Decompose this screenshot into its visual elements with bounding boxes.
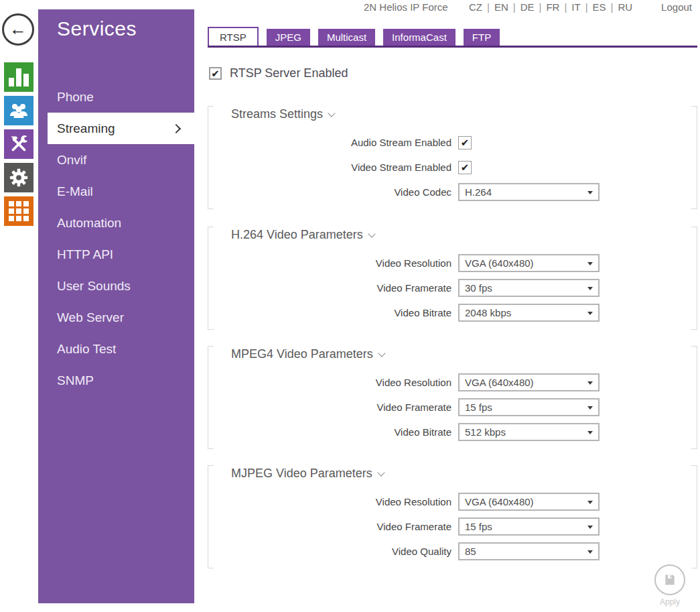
directory-section-button[interactable] — [4, 96, 33, 125]
tab-underline — [208, 46, 697, 48]
tab-jpeg[interactable]: JPEG — [267, 29, 310, 46]
mpeg4-video-bitrate-select[interactable]: 512 kbps — [458, 423, 600, 441]
back-button[interactable]: ← — [2, 13, 34, 46]
sidebar-item-streaming[interactable]: Streaming — [48, 113, 194, 144]
field-label: Video Bitrate — [208, 307, 451, 318]
hammer-wrench-icon — [7, 133, 30, 156]
tab-multicast[interactable]: Multicast — [318, 29, 375, 46]
dropdown-caret-icon — [587, 526, 593, 529]
tab-rtsp[interactable]: RTSP — [208, 27, 259, 46]
select-value: 30 fps — [465, 282, 492, 294]
status-section-button[interactable] — [4, 62, 33, 92]
services-section-button[interactable] — [4, 163, 33, 192]
system-section-button[interactable] — [4, 196, 33, 226]
chevron-down-icon — [378, 349, 385, 357]
tab-ftp[interactable]: FTP — [464, 29, 500, 46]
apply-button-circle — [654, 564, 685, 595]
select-value: 85 — [465, 546, 476, 557]
rtsp-server-enabled-row: ✔ RTSP Server Enabled — [209, 66, 697, 80]
field-label: Video Resolution — [208, 257, 451, 269]
lang-ru[interactable]: RU — [618, 1, 632, 13]
apply-button[interactable]: Apply — [651, 564, 689, 607]
sidebar-item-web-server[interactable]: Web Server — [38, 302, 194, 333]
video-codec-select[interactable]: H.264 — [458, 183, 600, 201]
back-arrow-icon: ← — [9, 20, 27, 38]
lang-cz[interactable]: CZ — [469, 1, 482, 13]
sidebar-item-phone[interactable]: Phone — [38, 81, 194, 113]
sidebar-item-automation[interactable]: Automation — [38, 207, 194, 239]
lang-fr[interactable]: FR — [546, 1, 559, 13]
h264-video-framerate-select[interactable]: 30 fps — [458, 279, 600, 297]
section-title[interactable]: MPEG4 Video Parameters — [231, 347, 697, 361]
section-title-label: H.264 Video Parameters — [231, 228, 363, 242]
field-row: Video Framerate 30 fps — [208, 279, 697, 297]
apply-button-label: Apply — [651, 597, 689, 607]
check-icon: ✔ — [211, 68, 220, 78]
language-separator: | — [487, 1, 490, 13]
section-mpeg4-video-parameters: MPEG4 Video Parameters Video Resolution … — [208, 346, 697, 449]
section-rows: Video Resolution VGA (640x480) Video Fra… — [208, 373, 697, 441]
dropdown-caret-icon — [587, 550, 593, 554]
field-label: Video Framerate — [208, 402, 451, 413]
dropdown-caret-icon — [587, 431, 593, 434]
app-window: 2N Helios IP Force CZ | EN | DE | FR | I… — [0, 0, 700, 612]
chevron-down-icon — [368, 230, 375, 237]
language-separator: | — [564, 1, 567, 13]
dropdown-caret-icon — [587, 312, 593, 315]
lang-it[interactable]: IT — [571, 1, 580, 13]
users-icon — [8, 100, 29, 121]
video-stream-enabled-checkbox[interactable]: ✔ — [458, 161, 472, 174]
rtsp-server-enabled-checkbox[interactable]: ✔ — [209, 67, 222, 80]
field-label: Video Resolution — [208, 496, 451, 507]
sidebar-item-snmp[interactable]: SNMP — [38, 365, 194, 396]
language-separator: | — [611, 1, 614, 13]
field-row: Video Bitrate 2048 kbps — [208, 304, 697, 322]
section-title[interactable]: Streams Settings — [231, 107, 697, 121]
audio-stream-enabled-checkbox[interactable]: ✔ — [458, 136, 472, 149]
mpeg4-video-resolution-select[interactable]: VGA (640x480) — [458, 373, 600, 391]
field-label: Audio Stream Enabled — [208, 137, 451, 148]
h264-video-resolution-select[interactable]: VGA (640x480) — [458, 254, 600, 272]
sidebar-item-e-mail[interactable]: E-Mail — [38, 176, 194, 207]
h264-video-bitrate-select[interactable]: 2048 kbps — [458, 304, 600, 322]
rtsp-server-enabled-label: RTSP Server Enabled — [230, 66, 348, 80]
mjpeg-video-quality-select[interactable]: 85 — [458, 542, 600, 560]
logout-link[interactable]: Logout — [661, 1, 692, 13]
lang-de[interactable]: DE — [520, 1, 535, 13]
bar-chart-icon — [9, 68, 29, 86]
sidebar-item-http-api[interactable]: HTTP API — [38, 239, 194, 270]
field-row: Video Codec H.264 — [208, 183, 697, 201]
sidebar-item-user-sounds[interactable]: User Sounds — [38, 270, 194, 302]
save-icon — [663, 573, 677, 587]
check-icon: ✔ — [461, 137, 470, 147]
lang-en[interactable]: EN — [494, 1, 508, 13]
mpeg4-video-framerate-select[interactable]: 15 fps — [458, 398, 600, 416]
field-label: Video Codec — [208, 186, 451, 198]
section-title[interactable]: H.264 Video Parameters — [231, 228, 697, 242]
tab-informacast[interactable]: InformaCast — [383, 29, 456, 46]
language-separator: | — [539, 1, 542, 13]
language-separator: | — [585, 1, 588, 13]
product-name: 2N Helios IP Force — [364, 1, 448, 13]
tab-bar: RTSP JPEG Multicast InformaCast FTP — [208, 27, 697, 46]
mjpeg-video-framerate-select[interactable]: 15 fps — [458, 517, 600, 536]
field-row: Video Resolution VGA (640x480) — [208, 254, 697, 272]
chevron-down-icon — [377, 469, 384, 476]
section-mjpeg-video-parameters: MJPEG Video Parameters Video Resolution … — [208, 465, 697, 568]
section-title[interactable]: MJPEG Video Parameters — [231, 467, 697, 481]
select-value: VGA (640x480) — [465, 377, 534, 388]
hardware-section-button[interactable] — [4, 129, 33, 159]
sidebar-item-audio-test[interactable]: Audio Test — [38, 333, 194, 365]
section-title-label: MJPEG Video Parameters — [231, 467, 372, 481]
dropdown-caret-icon — [587, 501, 593, 504]
select-value: 512 kbps — [465, 426, 506, 438]
sidebar: Services Phone Streaming Onvif E-Mail Au… — [38, 9, 194, 603]
field-label: Video Quality — [208, 546, 451, 557]
chevron-down-icon — [328, 109, 335, 117]
sidebar-item-onvif[interactable]: Onvif — [38, 144, 194, 176]
dropdown-caret-icon — [587, 262, 593, 265]
section-streams-settings: Streams Settings Audio Stream Enabled ✔ … — [208, 106, 697, 209]
mjpeg-video-resolution-select[interactable]: VGA (640x480) — [458, 493, 600, 511]
lang-es[interactable]: ES — [593, 1, 606, 13]
section-h264-video-parameters: H.264 Video Parameters Video Resolution … — [208, 227, 697, 330]
